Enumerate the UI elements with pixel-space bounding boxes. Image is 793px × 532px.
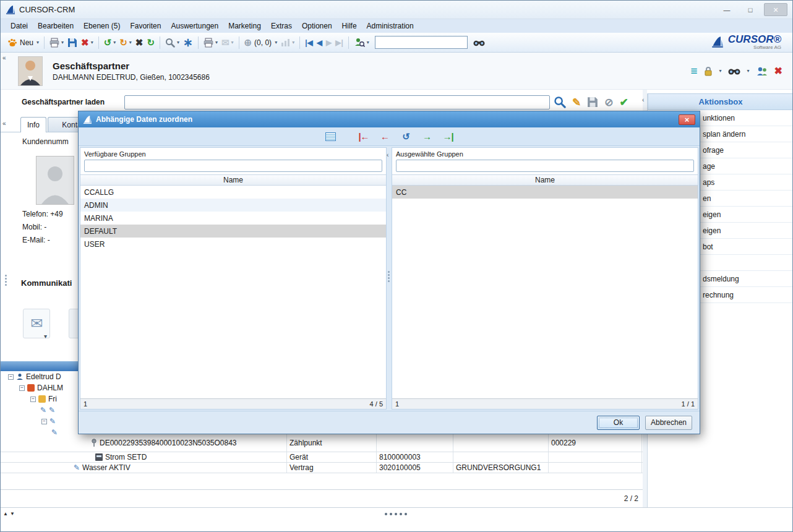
- remove-all-button[interactable]: |←: [356, 130, 371, 144]
- quicksearch-input[interactable]: [375, 36, 468, 49]
- collapse-handles[interactable]: ▲▼: [3, 511, 17, 517]
- name-column-header[interactable]: Name: [80, 174, 386, 186]
- redo-icon: ↻: [119, 38, 127, 47]
- name-column-header[interactable]: Name: [392, 174, 698, 186]
- close-record-icon[interactable]: ✖: [774, 66, 782, 76]
- table-cell: DE00022935398400010023N5035O0843: [1, 434, 287, 452]
- nav-first-button[interactable]: |◀: [305, 38, 313, 47]
- expander-icon[interactable]: −: [30, 397, 36, 402]
- menu-item-hilfe[interactable]: Hilfe: [337, 19, 362, 33]
- group-row[interactable]: USER: [80, 238, 386, 251]
- table-cell: ✎ Wasser AKTIV: [1, 463, 287, 473]
- edit-pencil-icon[interactable]: ✎: [572, 97, 581, 108]
- aktionsbox-header[interactable]: Aktionsbox: [648, 93, 793, 110]
- group-row[interactable]: ADMIN: [80, 199, 386, 212]
- expander-icon[interactable]: −: [8, 374, 14, 380]
- binoculars-button[interactable]: [471, 35, 487, 50]
- save-button[interactable]: [66, 35, 79, 50]
- menu-item-administration[interactable]: Administration: [362, 19, 419, 33]
- tab-info[interactable]: Info: [20, 117, 46, 132]
- actions-button[interactable]: ∗: [181, 35, 195, 50]
- chevron-left-icon: ‹: [387, 152, 388, 158]
- loader-input[interactable]: [124, 95, 550, 109]
- available-filter-input[interactable]: [84, 160, 382, 172]
- menu-item-favoriten[interactable]: Favoriten: [125, 19, 166, 33]
- delete-button[interactable]: ✖ ▾: [79, 35, 95, 50]
- chart-button[interactable]: ▾: [279, 35, 296, 50]
- undo-assignment-button[interactable]: ↺: [398, 130, 413, 144]
- deactivate-icon[interactable]: ⊘: [604, 97, 613, 108]
- refresh-button[interactable]: ↻: [145, 35, 156, 50]
- logo-subtitle: Software AG: [753, 45, 781, 50]
- table-row[interactable]: DE00022935398400010023N5035O0843 Zählpun…: [1, 434, 644, 452]
- menu-item-optionen[interactable]: Optionen: [297, 19, 337, 33]
- horizontal-splitter-handle[interactable]: [385, 513, 407, 515]
- collapse-tabs-chevron[interactable]: «: [2, 121, 6, 127]
- menu-item-datei[interactable]: Datei: [6, 19, 33, 33]
- discard-button[interactable]: ✖: [134, 35, 145, 50]
- kundennummer-label: Kundennumm: [22, 137, 69, 146]
- cancel-button[interactable]: Abbrechen: [645, 416, 692, 430]
- dialog-titlebar[interactable]: Abhängige Daten zuordnen ×: [79, 111, 700, 127]
- ok-button[interactable]: Ok: [597, 416, 640, 430]
- left-splitter-handle[interactable]: [5, 275, 7, 286]
- save-view-icon[interactable]: [587, 97, 598, 108]
- expander-icon[interactable]: −: [41, 419, 47, 424]
- add-button[interactable]: →: [419, 130, 434, 144]
- people-icon[interactable]: [756, 66, 768, 76]
- menu-lines-icon[interactable]: ≡: [690, 64, 697, 78]
- record-header: Geschäftspartner DAHLMANN EDELTRUD, Gieß…: [1, 53, 792, 90]
- menu-item-bearbeiten[interactable]: Bearbeiten: [33, 19, 79, 33]
- expander-icon[interactable]: −: [19, 385, 25, 391]
- table-cell: Strom SETD: [1, 452, 287, 462]
- send-button[interactable]: ✉ ▾: [220, 35, 236, 50]
- menu-item-auswertungen[interactable]: Auswertungen: [166, 19, 223, 33]
- add-all-button[interactable]: →|: [440, 130, 455, 144]
- dialog-splitter-handle[interactable]: ‹: [387, 147, 392, 410]
- group-row[interactable]: MARINA: [80, 212, 386, 225]
- cancel-edit-icon: ✖: [135, 38, 144, 47]
- print-report-button[interactable]: ▾: [202, 35, 220, 50]
- lock-icon[interactable]: [704, 66, 713, 76]
- close-button[interactable]: ×: [764, 3, 787, 16]
- record-header-icons: ≡ ▾ ▾ ✖: [690, 64, 782, 78]
- group-row-selected[interactable]: DEFAULT: [80, 225, 386, 238]
- record-subtitle: DAHLMANN EDELTRUD, Gießen, 1002345686: [53, 73, 210, 82]
- table-row[interactable]: Strom SETD Gerät 8100000003: [1, 452, 644, 463]
- nav-last-button[interactable]: ▶|: [335, 38, 343, 47]
- window-titlebar[interactable]: CURSOR-CRM — □ ×: [1, 1, 792, 19]
- menu-item-ebenen[interactable]: Ebenen (5): [79, 19, 125, 33]
- lookup-button[interactable]: ▾: [163, 35, 181, 50]
- remove-button[interactable]: ←: [377, 130, 392, 144]
- group-row[interactable]: CCALLG: [80, 186, 386, 199]
- menu-item-extras[interactable]: Extras: [266, 19, 297, 33]
- person-search-button[interactable]: ▾: [352, 35, 371, 50]
- new-button[interactable]: Neu ▾: [6, 35, 41, 50]
- position-button[interactable]: ⊕ (0, 0) ▾: [242, 35, 280, 50]
- menu-item-marketing[interactable]: Marketing: [223, 19, 266, 33]
- binoculars-icon[interactable]: [728, 67, 740, 75]
- app-icon: [83, 115, 92, 124]
- nav-next-button[interactable]: ▶: [326, 38, 332, 47]
- dialog-close-button[interactable]: ×: [679, 114, 695, 125]
- table-row[interactable]: ✎ Wasser AKTIV Vertrag 3020100005 GRUNDV…: [1, 463, 644, 473]
- minimize-button[interactable]: —: [717, 3, 737, 16]
- redo-button[interactable]: ↻ ▾: [118, 35, 134, 50]
- view-columns-button[interactable]: [323, 130, 338, 144]
- maximize-button[interactable]: □: [740, 3, 760, 16]
- available-groups-label: Verfügbare Gruppen: [80, 148, 386, 160]
- print-button[interactable]: ▾: [48, 35, 66, 50]
- group-row-selected[interactable]: CC: [392, 186, 698, 199]
- printer-icon: [49, 38, 59, 48]
- confirm-check-icon[interactable]: ✔: [620, 97, 628, 108]
- available-status-bar: 1 4 / 5: [80, 398, 386, 409]
- nav-prev-button[interactable]: ◀: [317, 38, 322, 47]
- search-icon[interactable]: [554, 96, 566, 108]
- table-cell: 000229: [549, 434, 642, 452]
- collapse-left-chevron[interactable]: «: [2, 55, 6, 61]
- toolbar-separator: [44, 36, 45, 49]
- selected-filter-input[interactable]: [396, 160, 694, 172]
- chevron-down-icon: ▾: [36, 40, 39, 45]
- toolbar-separator: [160, 36, 160, 49]
- undo-button[interactable]: ↺ ▾: [102, 35, 118, 50]
